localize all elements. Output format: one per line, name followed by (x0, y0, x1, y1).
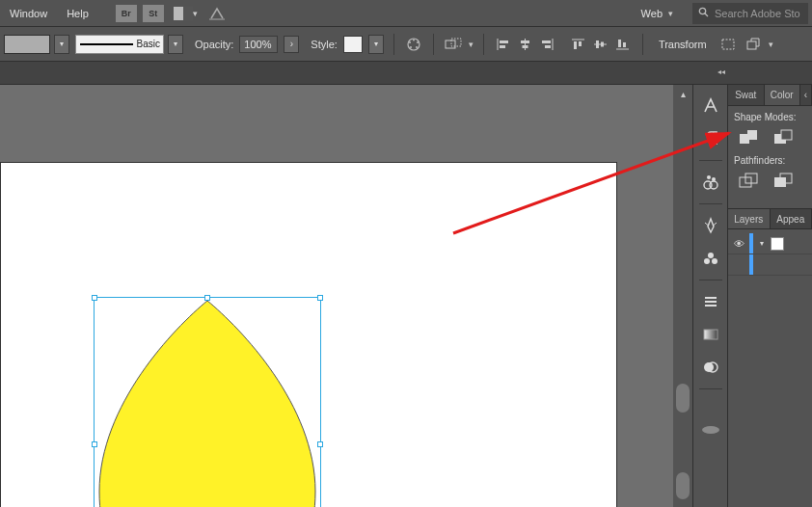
opacity-input[interactable]: 100% (239, 36, 278, 53)
align-to-dropdown-icon[interactable]: ▾ (469, 40, 474, 49)
svg-point-37 (708, 253, 714, 258)
align-hcenter-icon[interactable] (516, 36, 535, 53)
gradient-panel-icon[interactable] (699, 323, 722, 346)
layer-thumbnail (771, 237, 784, 251)
svg-point-46 (702, 426, 719, 434)
selection-handle[interactable] (317, 295, 323, 301)
svg-rect-10 (451, 39, 461, 46)
svg-rect-21 (574, 41, 577, 49)
shape-properties-icon[interactable] (718, 36, 738, 53)
scroll-thumb[interactable] (676, 472, 690, 499)
fill-color-swatch[interactable] (4, 35, 50, 54)
graphic-style-swatch[interactable] (343, 36, 363, 53)
stroke-preset-label: Basic (137, 39, 163, 49)
svg-rect-22 (579, 41, 582, 46)
svg-rect-12 (500, 40, 508, 43)
align-vcenter-icon[interactable] (591, 36, 610, 53)
align-top-icon[interactable] (569, 36, 588, 53)
selection-handle[interactable] (317, 441, 323, 447)
tab-color[interactable]: Color (765, 85, 801, 105)
collapse-dock-icon[interactable]: ◂◂ (717, 67, 725, 76)
pathfinders-heading: Pathfinders: (734, 155, 806, 166)
trim-icon[interactable] (772, 172, 794, 189)
vertical-scrollbar[interactable]: ▴ (673, 85, 692, 507)
graphic-style-dropdown[interactable]: ▾ (368, 35, 384, 54)
arrange-documents-dropdown-icon[interactable]: ▾ (193, 9, 198, 18)
svg-rect-48 (781, 130, 792, 140)
character-panel-icon[interactable] (699, 94, 722, 118)
workspace-label: Web (641, 8, 663, 19)
document-tab-bar (0, 62, 812, 85)
gpu-preview-icon[interactable] (207, 5, 227, 22)
isolate-group-icon[interactable] (744, 36, 763, 53)
chevron-down-icon: ▾ (668, 9, 673, 18)
align-right-icon[interactable] (538, 36, 557, 53)
opacity-step-icon[interactable]: › (284, 36, 299, 53)
svg-rect-18 (542, 40, 551, 43)
stroke-panel-icon[interactable] (699, 290, 722, 313)
asset-export-panel-icon[interactable] (699, 418, 722, 441)
brushes-panel-icon[interactable] (699, 214, 722, 237)
svg-rect-30 (747, 41, 756, 49)
tab-swatches[interactable]: Swat (728, 85, 765, 105)
svg-point-7 (410, 46, 412, 48)
menu-help[interactable]: Help (57, 4, 98, 23)
svg-rect-28 (623, 42, 626, 47)
align-to-selection-icon[interactable] (444, 36, 463, 53)
selection-bounding-box (94, 297, 321, 507)
stroke-dropdown[interactable]: ▾ (168, 35, 183, 54)
transform-panel-link[interactable]: Transform (659, 39, 707, 50)
svg-point-6 (416, 46, 418, 48)
stroke-profile[interactable]: Basic (75, 35, 164, 54)
visibility-toggle-icon[interactable]: 👁 (732, 238, 745, 250)
minus-front-icon[interactable] (772, 128, 794, 146)
pathfinder-panel: Shape Modes: Pathfinders: (728, 106, 812, 208)
style-label: Style: (311, 39, 338, 50)
svg-point-34 (710, 181, 717, 189)
selection-handle[interactable] (92, 441, 97, 447)
menu-window[interactable]: Window (0, 4, 57, 23)
svg-rect-13 (500, 45, 505, 48)
divide-icon[interactable] (738, 172, 759, 189)
align-left-icon[interactable] (494, 36, 513, 53)
svg-rect-16 (523, 45, 528, 48)
layer-row[interactable]: 👁 ▾ (728, 233, 812, 254)
isolate-dropdown-icon[interactable]: ▾ (769, 40, 773, 49)
tab-layers[interactable]: Layers (728, 209, 771, 228)
twirl-down-icon[interactable]: ▾ (757, 239, 767, 248)
layer-row[interactable]: · (728, 254, 812, 276)
scroll-up-icon[interactable]: ▴ (673, 85, 692, 102)
bridge-icon[interactable]: Br (116, 5, 137, 22)
symbols-panel-icon[interactable] (699, 247, 722, 270)
svg-point-31 (707, 175, 711, 179)
selection-handle[interactable] (92, 295, 97, 301)
align-bottom-icon[interactable] (613, 36, 633, 53)
search-stock-input[interactable]: Search Adobe Sto (692, 3, 808, 24)
color-panel-icon[interactable] (699, 171, 722, 194)
svg-rect-27 (618, 40, 621, 47)
layers-panel: 👁 ▾ · (728, 229, 812, 280)
svg-rect-43 (704, 330, 717, 339)
svg-rect-24 (596, 40, 599, 48)
tab-appearance[interactable]: Appea (771, 209, 813, 228)
workspace-switcher[interactable]: Web ▾ (632, 4, 683, 23)
layer-selection-indicator (749, 254, 753, 275)
unite-icon[interactable] (738, 128, 759, 146)
arrange-documents-icon[interactable] (174, 7, 193, 20)
layer-selection-indicator (749, 233, 753, 254)
svg-point-8 (409, 41, 411, 43)
paragraph-panel-icon[interactable] (699, 127, 722, 150)
transparency-panel-icon[interactable] (699, 356, 722, 379)
svg-point-38 (704, 258, 710, 264)
tab-more[interactable]: ‹ (800, 85, 812, 105)
scroll-thumb[interactable] (676, 384, 690, 413)
shape-modes-heading: Shape Modes: (734, 112, 806, 122)
selection-handle[interactable] (204, 295, 210, 301)
svg-rect-15 (521, 40, 529, 43)
svg-line-36 (713, 223, 717, 226)
fill-dropdown[interactable]: ▾ (54, 35, 69, 54)
canvas[interactable] (0, 85, 673, 507)
stock-icon[interactable]: St (143, 5, 164, 22)
recolor-artwork-icon[interactable] (404, 36, 423, 53)
search-icon (698, 7, 709, 19)
